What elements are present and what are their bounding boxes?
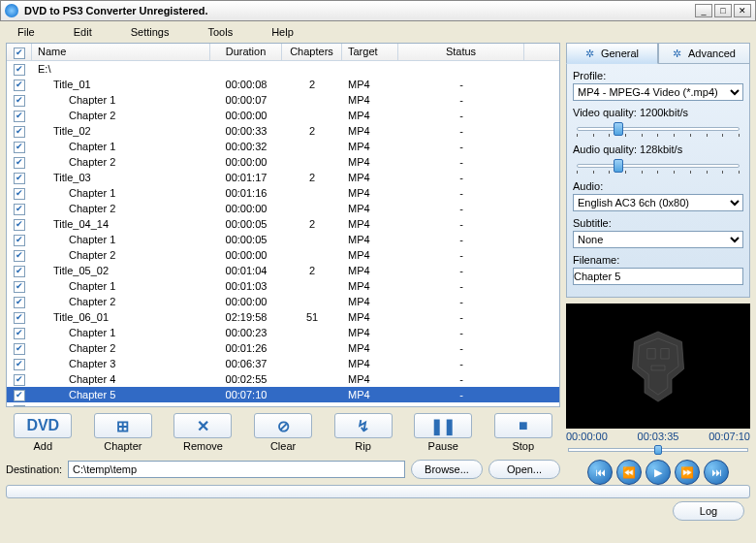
table-body[interactable]: ✔ E:\ ✔ Title_01 00:00:08 2 MP4 -✔ Chapt… [7,61,559,407]
row-checkbox[interactable]: ✔ [14,374,25,386]
row-checkbox[interactable]: ✔ [14,126,25,138]
rip-icon: ↯ [357,417,369,435]
table-row[interactable]: ✔ Chapter 2 00:00:00 MP4 - [7,201,559,216]
browse-button[interactable]: Browse... [411,460,483,479]
row-checkbox[interactable]: ✔ [14,405,25,407]
row-checkbox[interactable]: ✔ [14,95,25,107]
cell-status: - [398,280,524,292]
col-target[interactable]: Target [342,44,398,60]
play-button[interactable]: ▶ [646,460,671,485]
table-row[interactable]: ✔ Chapter 4 00:02:55 MP4 - [7,371,559,387]
row-checkbox[interactable]: ✔ [14,359,25,370]
row-checkbox[interactable]: ✔ [14,111,25,122]
rip-button[interactable]: ↯Rip [326,413,400,452]
audio-select[interactable]: English AC3 6ch (0x80) [573,194,743,211]
table-row[interactable]: ✔ Chapter 1 00:00:05 MP4 - [7,232,559,247]
row-checkbox[interactable]: ✔ [14,297,25,308]
row-checkbox[interactable]: ✔ [14,390,25,401]
table-row[interactable]: ✔ Chapter 3 00:06:37 MP4 - [7,356,559,371]
remove-button[interactable]: ✕Remove [166,413,240,452]
cell-status: - [398,265,524,276]
pause-button[interactable]: ❚❚Pause [406,413,481,452]
add-button[interactable]: DVDAdd [6,413,80,452]
table-row[interactable]: ✔ Title_03 00:01:17 2 MP4 - [7,170,559,185]
time-start: 00:00:00 [566,431,608,442]
clear-button[interactable]: ⊘Clear [246,413,321,452]
minimize-button[interactable]: _ [695,4,712,17]
maximize-button[interactable]: □ [714,4,732,17]
row-checkbox[interactable]: ✔ [14,64,25,76]
cell-name: Chapter 2 [32,110,210,121]
cell-target: MP4 [342,404,398,407]
table-row[interactable]: ✔ Chapter 2 00:01:26 MP4 - [7,340,559,356]
row-checkbox[interactable]: ✔ [14,266,25,277]
table-row[interactable]: ✔ Title_05_02 00:01:04 2 MP4 - [7,263,559,278]
row-checkbox[interactable]: ✔ [14,235,25,246]
filename-input[interactable] [573,268,743,285]
cell-duration: 00:00:23 [210,327,282,338]
row-checkbox[interactable]: ✔ [14,219,25,231]
prev-button[interactable]: ⏮ [587,460,613,485]
row-checkbox[interactable]: ✔ [14,188,25,200]
close-button[interactable]: ✕ [734,4,751,17]
seek-slider[interactable] [566,446,750,454]
table-row[interactable]: ✔ Chapter 1 00:01:16 MP4 - [7,185,559,201]
stop-button[interactable]: ■Stop [486,413,560,452]
col-duration[interactable]: Duration [210,44,282,60]
table-row[interactable]: ✔ Title_02 00:00:33 2 MP4 - [7,123,559,139]
rewind-button[interactable]: ⏪ [616,460,642,485]
audio-quality-slider[interactable] [573,157,743,175]
profile-select[interactable]: MP4 - MPEG-4 Video (*.mp4) [573,83,743,101]
cell-duration: 00:00:00 [210,296,282,307]
menu-settings[interactable]: Settings [131,26,170,38]
tab-general[interactable]: ✲General [566,43,658,64]
table-row[interactable]: ✔ Chapter 2 00:00:00 MP4 - [7,247,559,263]
row-checkbox[interactable]: ✔ [14,204,25,215]
table-row[interactable]: ✔ Chapter 5 00:07:10 MP4 - [7,387,559,402]
table-row[interactable]: ✔ Chapter 6 00:05:06 MP4 - [7,402,559,407]
menu-help[interactable]: Help [271,26,294,38]
col-chapters[interactable]: Chapters [282,44,342,60]
cell-name: Chapter 5 [32,389,210,400]
row-checkbox[interactable]: ✔ [14,157,25,169]
cell-status: - [398,404,524,407]
next-button[interactable]: ⏭ [704,460,729,485]
row-checkbox[interactable]: ✔ [14,142,25,153]
row-checkbox[interactable]: ✔ [14,328,25,339]
menu-edit[interactable]: Edit [74,26,92,38]
tab-advanced[interactable]: ✲Advanced [658,43,750,64]
open-button[interactable]: Open... [488,460,560,479]
row-checkbox[interactable]: ✔ [14,173,25,184]
table-row[interactable]: ✔ Chapter 1 00:00:23 MP4 - [7,325,559,340]
row-checkbox[interactable]: ✔ [14,80,25,91]
table-row[interactable]: ✔ Chapter 1 00:01:03 MP4 - [7,278,559,294]
row-checkbox[interactable]: ✔ [14,312,25,324]
cell-duration: 00:00:00 [210,156,282,168]
destination-input[interactable] [68,461,405,478]
table-row[interactable]: ✔ Chapter 2 00:00:00 MP4 - [7,294,559,309]
video-quality-slider[interactable] [573,120,743,138]
table-row[interactable]: ✔ Chapter 1 00:00:07 MP4 - [7,92,559,108]
row-checkbox[interactable]: ✔ [14,250,25,262]
col-status[interactable]: Status [398,44,524,60]
log-button[interactable]: Log [673,501,744,521]
menu-tools[interactable]: Tools [207,26,233,38]
row-checkbox[interactable]: ✔ [14,281,25,293]
cell-status: - [398,249,524,261]
col-name[interactable]: Name [32,44,210,60]
cell-name: Title_04_14 [32,218,210,230]
table-row[interactable]: ✔ Title_01 00:00:08 2 MP4 - [7,77,559,92]
row-checkbox[interactable]: ✔ [14,343,25,355]
table-row[interactable]: ✔ Title_04_14 00:00:05 2 MP4 - [7,216,559,232]
subtitle-select[interactable]: None [573,231,743,248]
select-all-checkbox[interactable]: ✔ [14,48,25,59]
table-row[interactable]: ✔ Chapter 2 00:00:00 MP4 - [7,108,559,123]
menu-file[interactable]: File [17,26,35,38]
table-row[interactable]: ✔ Chapter 1 00:00:32 MP4 - [7,139,559,154]
forward-button[interactable]: ⏩ [675,460,700,485]
table-row[interactable]: ✔ E:\ [7,61,559,77]
table-row[interactable]: ✔ Chapter 2 00:00:00 MP4 - [7,154,559,170]
chapter-button[interactable]: ⊞Chapter [86,413,161,452]
audio-label: Audio: [573,180,743,192]
table-row[interactable]: ✔ Title_06_01 02:19:58 51 MP4 - [7,309,559,325]
